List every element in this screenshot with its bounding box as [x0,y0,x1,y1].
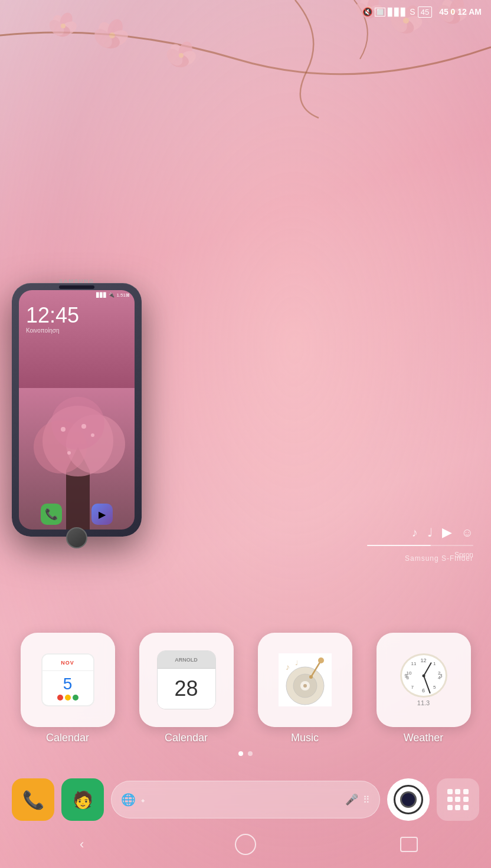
home-icon [235,834,256,855]
apps-dot-7 [447,805,453,810]
clock-4: 4 [438,675,440,680]
weather-app-icon: 12 3 6 9 1 11 2 4 5 7 8 10 [397,653,450,706]
apps-dot-4 [447,797,453,802]
clock-5: 5 [433,685,436,690]
music-note-left: ♪ [412,526,418,540]
clock-12: 12 [420,657,426,663]
app-row: NOV 5 Calendar [12,633,479,744]
wifi-icon: S [410,7,415,17]
phone-screen: ▊▊▊ 🔌 1.51⊠ 12:45 Κοινοποίηση [19,290,135,530]
status-time: 45 0 12 AM [439,7,482,17]
svg-text:♪: ♪ [286,662,290,672]
calendar-samsung-icon[interactable]: ARNOLD 28 [139,633,234,727]
phone-app-phone-icon[interactable]: 📞 [41,504,62,525]
phone-date: Κοινοποίηση [26,327,127,334]
gcal-icon: NOV 5 [41,653,94,706]
weather-temp: 11.3 [417,699,430,706]
back-icon: ‹ [80,837,84,852]
samsung-cal-month: ARNOLD [175,657,198,663]
page-dot-2[interactable] [248,751,253,756]
music-play-button[interactable]: ▶ [442,525,452,540]
status-icons: 🔇 ⬜ ▊▊▊ S 45 45 0 12 AM [362,6,482,18]
app-item-calendar-google[interactable]: NOV 5 Calendar [12,633,123,744]
phone-mockup: SAMSUNG ▊▊▊ 🔌 1.51⊠ 12:45 Κοινοποίηση [12,283,142,537]
apps-dot-5 [455,797,460,802]
dock-search-bar[interactable]: 🌐 ⬥ 🎤 ⠿ [111,781,380,818]
app-item-music[interactable]: ♪ ♩ Music [249,633,361,744]
dock-apps-button[interactable] [437,778,479,821]
music-label: Music [291,732,319,744]
dock-search-grid[interactable]: ⠿ [363,794,370,805]
music-note-right: ♩ [427,525,433,540]
clock-11: 11 [411,661,417,666]
dock-contacts-button[interactable]: 🧑 [61,778,104,821]
page-dot-1[interactable] [238,751,243,756]
apps-dot-1 [447,789,453,794]
nav-bar: ‹ [0,821,491,868]
phone-icon: 📞 [22,790,44,810]
browser-icon: 🌐 [121,793,136,807]
clock-center [422,674,425,677]
phone-frame: SAMSUNG ▊▊▊ 🔌 1.51⊠ 12:45 Κοινοποίηση [12,283,142,537]
music-vinyl-svg: ♪ ♩ [279,653,332,706]
svg-point-49 [303,684,307,688]
dock-camera-button[interactable] [387,778,430,821]
mute-icon: 🔇 [362,7,372,17]
gcal-month: NOV [61,660,74,666]
camera-icon [394,785,423,814]
dock-phone-button[interactable]: 📞 [12,778,54,821]
clock-7: 7 [411,685,414,690]
nav-recent-button[interactable] [391,833,427,856]
music-controls: ♪ ♩ ▶ ☺ [412,525,473,540]
weather-label: Weather [404,732,444,744]
apps-dot-2 [455,789,460,794]
clock-1: 1 [433,661,436,666]
phone-home-button[interactable] [66,527,87,548]
music-menu-icon[interactable]: ☺ [461,526,473,540]
samsung-logo: SAMSUNG [59,278,94,284]
nav-home-button[interactable] [228,833,263,856]
phone-app-msg-icon[interactable]: ▶ [91,504,113,525]
status-bar: 🔇 ⬜ ▊▊▊ S 45 45 0 12 AM [0,0,491,24]
music-icon-wrapper[interactable]: ♪ ♩ [258,633,352,727]
clock-10: 10 [407,670,412,676]
battery-icon: 45 [418,6,432,18]
apps-dot-6 [463,797,469,802]
dock-search-mic[interactable]: 🎤 [345,793,358,806]
svg-point-43 [91,433,94,437]
search-separator: ⬥ [140,795,145,804]
phone-screen-top: 12:45 Κοινοποίηση [19,300,135,336]
app-item-weather[interactable]: 12 3 6 9 1 11 2 4 5 7 8 10 [368,633,479,744]
calendar-google-label: Calendar [46,732,89,744]
gcal-top: NOV [42,655,93,671]
calendar-samsung-label: Calendar [165,732,208,744]
phone-battery: 1.51⊠ [116,292,130,298]
weather-icon-wrapper[interactable]: 12 3 6 9 1 11 2 4 5 7 8 10 [377,633,471,727]
phone-speaker [59,285,94,289]
app-item-calendar-samsung[interactable]: ARNOLD 28 Calendar [130,633,242,744]
camera-lens [400,791,417,808]
page-indicator [238,751,253,756]
svg-point-42 [81,424,86,429]
weather-clock-face: 12 3 6 9 1 11 2 4 5 7 8 10 [400,653,447,698]
svg-point-52 [309,675,313,679]
samsung-sfinder[interactable]: Samsung S-Finder [405,554,473,563]
music-progress-bar[interactable] [367,545,473,546]
clock-8: 8 [407,675,409,680]
apps-grid-icon [447,789,469,810]
gcal-dots [57,695,78,701]
apps-dot-3 [463,789,469,794]
nav-back-button[interactable]: ‹ [64,833,100,856]
phone-clock: 12:45 [26,305,127,326]
screenshot-icon: ⬜ [375,8,385,17]
calendar-google-icon[interactable]: NOV 5 [21,633,115,727]
phone-wifi: 🔌 [109,292,114,298]
music-progress-fill [367,545,431,546]
recent-icon [400,837,418,852]
signal-bars: ▊▊▊ [388,8,407,17]
music-app-icon: ♪ ♩ [279,653,332,706]
svg-point-51 [318,657,324,663]
app-grid: NOV 5 Calendar [0,633,491,744]
phone-home-row: 📞 ▶ [19,504,135,525]
clock-6: 6 [422,688,425,693]
